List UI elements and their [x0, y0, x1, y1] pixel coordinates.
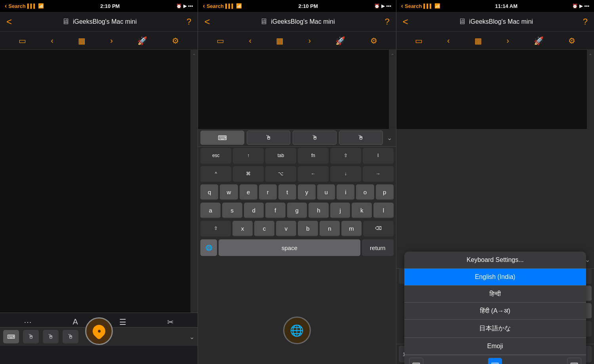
a-key[interactable]: a: [200, 203, 221, 218]
m-key[interactable]: m: [341, 221, 362, 237]
dots-icon-1[interactable]: ⋯: [24, 317, 32, 327]
q-key[interactable]: q: [200, 184, 218, 200]
mouse2-icon-bar-1[interactable]: 🖱: [43, 330, 59, 343]
gear-icon-1[interactable]: ⚙: [172, 36, 179, 46]
chevron-left-icon-2[interactable]: ‹: [249, 36, 252, 45]
backspace-key-2[interactable]: ⌫: [363, 221, 394, 237]
scroll-down-btn-2[interactable]: ⌄: [385, 133, 394, 143]
lang-menu-icons: ⌨ ⌨ ⌨: [404, 355, 586, 364]
f-key[interactable]: f: [265, 203, 286, 218]
down-arrow-key[interactable]: ↓: [330, 166, 361, 182]
w-key[interactable]: w: [220, 184, 238, 200]
space-key-2[interactable]: space: [219, 239, 360, 256]
e-key[interactable]: e: [240, 184, 257, 200]
right-arrow-key[interactable]: →: [363, 166, 394, 182]
lang-hindi-roman[interactable]: हिंदी (A→अ): [404, 303, 586, 320]
mouse1-icon-bar-1[interactable]: 🖱: [23, 330, 39, 343]
s-key[interactable]: s: [222, 203, 242, 218]
alt-key[interactable]: ⌥: [265, 166, 296, 182]
scrollbar-2[interactable]: ⌃: [389, 50, 396, 129]
return-key-2[interactable]: return: [362, 239, 394, 256]
header-back-btn-1[interactable]: <: [6, 16, 12, 27]
globe-key-2[interactable]: 🌐: [200, 239, 217, 256]
back-arrow-icon-2[interactable]: ‹: [203, 2, 205, 9]
r-key[interactable]: r: [259, 184, 277, 200]
rocket-icon-1[interactable]: 🚀: [137, 36, 147, 46]
y-key[interactable]: y: [298, 184, 316, 200]
rocket-icon-2[interactable]: 🚀: [335, 36, 345, 46]
monitor-icon-1[interactable]: ▭: [19, 36, 26, 46]
lang-english-india[interactable]: English (India): [404, 269, 586, 286]
l-key[interactable]: l: [373, 203, 394, 218]
lang-japanese[interactable]: 日本語かな: [404, 320, 586, 338]
u-key[interactable]: u: [317, 184, 335, 200]
grid-icon-2[interactable]: ▦: [276, 36, 284, 46]
k-key[interactable]: k: [352, 203, 372, 218]
d-key[interactable]: d: [244, 203, 264, 218]
header-back-btn-2[interactable]: <: [204, 16, 210, 27]
c-key[interactable]: c: [254, 221, 274, 237]
help-btn-1[interactable]: ?: [187, 17, 191, 27]
chevron-right-icon-3[interactable]: ›: [506, 36, 509, 45]
back-arrow-icon-3[interactable]: ‹: [401, 2, 403, 9]
back-arrow-icon[interactable]: ‹: [5, 2, 7, 9]
h-key[interactable]: h: [308, 203, 329, 218]
chevron-left-icon-3[interactable]: ‹: [447, 36, 450, 45]
mouse3-icon-bar-1[interactable]: 🖱: [63, 330, 78, 343]
gear-icon-3[interactable]: ⚙: [568, 36, 575, 46]
scissors-icon-1[interactable]: ✂: [167, 317, 174, 327]
kb-icon-mouse3-2[interactable]: 🖱: [339, 131, 383, 145]
menu-icon-1[interactable]: ☰: [119, 317, 126, 327]
shift-key-2[interactable]: ⇧: [200, 221, 231, 237]
kb-lang-off-2[interactable]: ⌨: [567, 358, 581, 364]
scroll-up-3[interactable]: ⌃: [587, 51, 594, 60]
n-key[interactable]: n: [320, 221, 340, 237]
uparrow-key[interactable]: ↑: [233, 148, 264, 164]
chevron-left-icon-1[interactable]: ‹: [51, 36, 53, 45]
tab-key[interactable]: tab: [265, 148, 296, 164]
t-key[interactable]: t: [278, 184, 296, 200]
monitor-icon-2[interactable]: ▭: [217, 36, 224, 46]
caret-key[interactable]: ^: [200, 166, 231, 182]
g-key[interactable]: g: [287, 203, 307, 218]
left-arrow-key[interactable]: ←: [298, 166, 329, 182]
rocket-icon-3[interactable]: 🚀: [534, 36, 544, 46]
fn-key[interactable]: fn: [298, 148, 329, 164]
i-key-r1[interactable]: I: [363, 148, 394, 164]
scrollbar-1[interactable]: ⌃: [190, 50, 198, 313]
chevron-right-icon-2[interactable]: ›: [308, 36, 311, 45]
scrollbar-3[interactable]: ⌃: [587, 50, 594, 129]
app-icon-1[interactable]: A: [73, 317, 78, 326]
shift-up-key[interactable]: ⇧: [330, 148, 361, 164]
kb-icon-keyboard-2[interactable]: ⌨: [200, 131, 244, 145]
v-key[interactable]: v: [276, 221, 296, 237]
monitor-icon-3[interactable]: ▭: [415, 36, 423, 46]
cmd-key[interactable]: ⌘: [233, 166, 264, 182]
i-key[interactable]: i: [337, 184, 354, 200]
j-key[interactable]: j: [330, 203, 350, 218]
gear-icon-2[interactable]: ⚙: [370, 36, 377, 46]
x-key[interactable]: x: [232, 221, 253, 237]
kb-lang-off-1[interactable]: ⌨: [409, 358, 423, 364]
lang-hindi[interactable]: हिन्दी: [404, 286, 586, 303]
scroll-up-1[interactable]: ⌃: [190, 51, 198, 60]
scroll-up-2[interactable]: ⌃: [389, 51, 396, 60]
grid-icon-1[interactable]: ▦: [78, 36, 86, 46]
p-key[interactable]: p: [376, 184, 394, 200]
help-btn-2[interactable]: ?: [385, 17, 389, 27]
b-key[interactable]: b: [298, 221, 318, 237]
kb-icon-mouse2-2[interactable]: 🖱: [293, 131, 337, 145]
lang-keyboard-settings[interactable]: Keyboard Settings...: [404, 252, 586, 269]
globe-button-2[interactable]: 🌐: [283, 317, 311, 344]
kb-lang-active[interactable]: ⌨: [488, 358, 502, 364]
header-back-btn-3[interactable]: <: [403, 16, 408, 27]
help-btn-3[interactable]: ?: [583, 17, 588, 27]
keyboard-icon-bar-1[interactable]: ⌨: [3, 330, 19, 343]
lang-emoji[interactable]: Emoji: [404, 338, 586, 355]
tag-button-1[interactable]: [85, 317, 113, 345]
o-key[interactable]: o: [356, 184, 374, 200]
kb-icon-mouse1-2[interactable]: 🖱: [247, 131, 291, 145]
esc-key[interactable]: esc: [200, 148, 231, 164]
grid-icon-3[interactable]: ▦: [474, 36, 482, 46]
chevron-right-icon-1[interactable]: ›: [110, 36, 113, 45]
